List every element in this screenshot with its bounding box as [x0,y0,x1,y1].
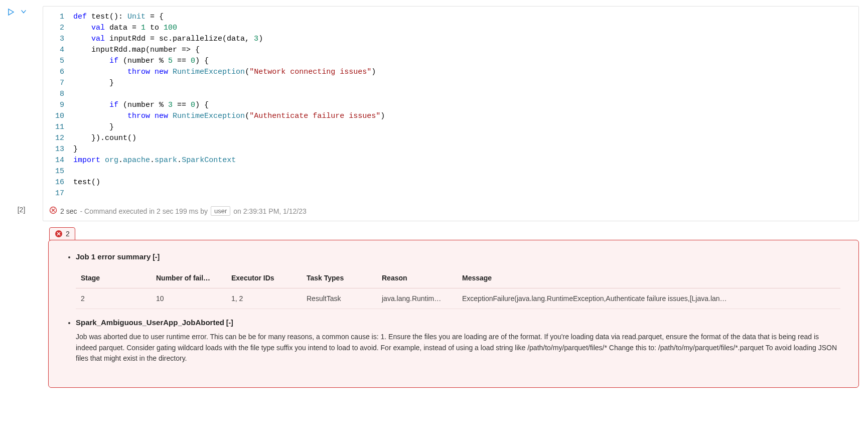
error-tab[interactable]: 2 [49,227,75,240]
error-summary-table: Stage Number of fail… Executor IDs Task … [76,268,840,309]
status-exec-text: - Command executed in 2 sec 199 ms by [80,207,207,215]
cell-message: ExceptionFailure(java.lang.RuntimeExcept… [457,288,840,309]
col-stage: Stage [76,268,151,288]
col-message: Message [457,268,840,288]
error-panel: Job 1 error summary [-] Stage Number of … [48,240,859,388]
line-gutter: 1234567891011121314151617 [43,12,73,199]
error-summary-title: Job 1 error summary [76,252,151,261]
cell-executors: 1, 2 [226,288,302,309]
col-reason: Reason [377,268,457,288]
collapse-toggle[interactable]: [-] [226,319,233,327]
error-count: 2 [66,230,70,238]
cell-index: [2] [0,6,43,214]
status-duration: 2 sec [60,207,77,215]
cell-body: 1234567891011121314151617 def test(): Un… [43,6,859,221]
error-section: 2 Job 1 error summary [-] Stage Number o… [48,227,859,388]
cell-stage: 2 [76,288,151,309]
error-summary-item: Spark_Ambiguous_UserApp_JobAborted [-] J… [76,318,840,364]
status-user: user [211,206,230,216]
error-status-icon [49,206,57,216]
error-summary-body: Job was aborted due to user runtime erro… [76,332,840,364]
col-failures: Number of fail… [151,268,226,288]
col-executors: Executor IDs [226,268,302,288]
col-tasktypes: Task Types [302,268,377,288]
table-row: 2 10 1, 2 ResultTask java.lang.Runtim… E… [76,288,840,309]
status-time: on 2:39:31 PM, 1/12/23 [233,207,307,215]
error-summary-title: Spark_Ambiguous_UserApp_JobAborted [76,318,224,327]
collapse-toggle[interactable]: [-] [153,253,160,261]
cell-failures: 10 [151,288,226,309]
code-content[interactable]: def test(): Unit = { val data = 1 to 100… [73,12,858,199]
code-editor[interactable]: 1234567891011121314151617 def test(): Un… [43,7,858,203]
table-header-row: Stage Number of fail… Executor IDs Task … [76,268,840,288]
error-summary-item: Job 1 error summary [-] Stage Number of … [76,252,840,309]
cell-tasktypes: ResultTask [302,288,377,309]
notebook-cell: [2] 1234567891011121314151617 def test()… [0,0,868,221]
cell-status-row: 2 sec - Command executed in 2 sec 199 ms… [43,203,858,221]
cell-reason: java.lang.Runtim… [377,288,457,309]
